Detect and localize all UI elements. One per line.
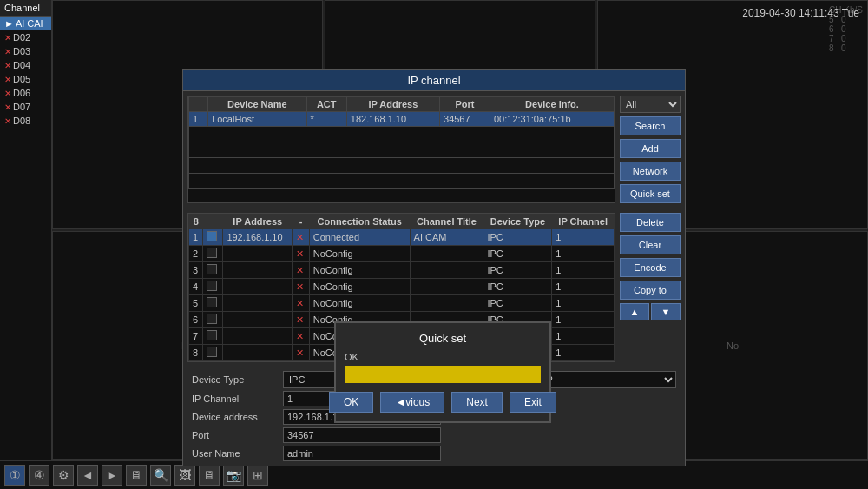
device-table: Device Name ACT IP Address Port Device I…: [187, 96, 615, 203]
checkbox-4[interactable]: [207, 281, 217, 291]
x-icon: ✕: [4, 33, 11, 43]
channel-row-4[interactable]: 4 ✕ NoConfig IPC 1: [189, 279, 615, 295]
device-search-area: Device Name ACT IP Address Port Device I…: [183, 91, 685, 208]
sidebar-item-d08[interactable]: ✕ D08: [0, 114, 51, 128]
filter-select[interactable]: All: [620, 96, 681, 113]
port-input[interactable]: [283, 427, 441, 443]
device-table-row-empty-4: [189, 174, 615, 189]
taskbar-image-icon[interactable]: 🖼: [174, 465, 195, 486]
checkbox-6[interactable]: [207, 314, 217, 324]
status-icon-3: ✕: [296, 265, 304, 275]
channel-row-3[interactable]: 3 ✕ NoConfig IPC 1: [189, 262, 615, 279]
col-num: [189, 97, 208, 112]
ip-channel-label: IP Channel: [192, 393, 279, 404]
x-icon: ✕: [4, 89, 11, 98]
checkbox-1[interactable]: [207, 231, 217, 241]
col-ch-num: 8: [189, 215, 203, 229]
taskbar-search-icon[interactable]: 🔍: [150, 465, 171, 486]
taskbar-forward-icon[interactable]: ►: [102, 465, 122, 486]
user-name-input[interactable]: [283, 446, 441, 461]
quick-set-progress-bar: [345, 366, 541, 383]
delete-button[interactable]: Delete: [620, 213, 681, 232]
x-icon: ✕: [4, 75, 11, 84]
clear-button[interactable]: Clear: [620, 235, 681, 254]
col-device-name: Device Name: [208, 97, 306, 112]
status-icon-6: ✕: [296, 314, 304, 325]
status-icon-8: ✕: [296, 347, 304, 358]
popup-next-button[interactable]: Next: [451, 392, 503, 413]
status-icon-1: ✕: [296, 232, 304, 242]
taskbar-back-icon[interactable]: ◄: [77, 465, 98, 486]
status-icon-7: ✕: [296, 331, 304, 341]
checkbox-3[interactable]: [207, 264, 217, 274]
device-table-row-empty-1: [189, 127, 615, 142]
arrow-row: ▲ ▼: [620, 303, 681, 320]
x-icon: ✕: [4, 47, 11, 56]
x-icon: ✕: [4, 116, 11, 126]
quick-set-title: Quick set: [345, 332, 541, 345]
device-table-row-empty-2: [189, 142, 615, 158]
col-ch-dash: -: [293, 215, 310, 229]
status-icon-2: ✕: [296, 248, 304, 259]
device-type-label: Device Type: [192, 374, 279, 385]
x-icon: ✕: [4, 102, 11, 112]
taskbar-icon-1[interactable]: ①: [4, 465, 25, 486]
port-label: Port: [192, 430, 279, 440]
taskbar-icon-4[interactable]: ④: [29, 465, 49, 486]
col-ch-status: Connection Status: [309, 215, 410, 229]
col-ch-type: Device Type: [483, 215, 552, 229]
quick-set-ok-label: OK: [345, 352, 541, 362]
network-button[interactable]: Network: [620, 162, 681, 181]
sidebar-item-d07[interactable]: ✕ D07: [0, 100, 51, 114]
user-name-label: User Name: [192, 448, 279, 459]
dialog-title: IP channel: [183, 70, 685, 91]
col-ch-title: Channel Title: [410, 215, 483, 229]
popup-ok-button[interactable]: OK: [329, 392, 373, 413]
col-ip: IP Address: [346, 97, 439, 112]
channel-row-2[interactable]: 2 ✕ NoConfig IPC 1: [189, 246, 615, 262]
popup-exit-button[interactable]: Exit: [510, 392, 556, 413]
encode-button[interactable]: Encode: [620, 258, 681, 277]
taskbar-settings-icon[interactable]: ⚙: [53, 465, 74, 486]
checkbox-7[interactable]: [207, 330, 217, 340]
col-ch-channel: IP Channel: [552, 215, 615, 229]
sidebar-item-aicai[interactable]: ► AI CAI: [0, 17, 51, 30]
checkbox-8[interactable]: [207, 347, 217, 357]
popup-previous-button[interactable]: ◄vious: [380, 392, 444, 413]
taskbar-camera-icon[interactable]: 📷: [223, 465, 244, 486]
sidebar-item-d06[interactable]: ✕ D06: [0, 86, 51, 100]
channel-row-1[interactable]: 1 192.168.1.10 ✕ Connected AI CAM IPC 1: [189, 229, 615, 246]
col-ch-ip: IP Address: [223, 215, 293, 229]
top-right-buttons: All Search Add Network Quick set: [620, 96, 681, 203]
quick-set-buttons: OK ◄vious Next Exit: [345, 392, 541, 413]
x-icon: ✕: [4, 61, 11, 70]
add-button[interactable]: Add: [620, 139, 681, 158]
sidebar-item-d02[interactable]: ✕ D02: [0, 30, 51, 44]
down-arrow-button[interactable]: ▼: [651, 303, 681, 320]
datetime: 2019-04-30 14:11:43 Tue: [742, 7, 859, 19]
sidebar-item-d04[interactable]: ✕ D04: [0, 58, 51, 72]
taskbar-grid-icon[interactable]: ⊞: [247, 465, 268, 486]
taskbar-display-icon[interactable]: 🖥: [126, 465, 147, 486]
sidebar-item-d03[interactable]: ✕ D03: [0, 44, 51, 58]
checkbox-2[interactable]: [207, 248, 217, 258]
sidebar: Channel ► AI CAI ✕ D02 ✕ D03 ✕ D04 ✕ D05…: [0, 0, 52, 460]
status-icon-5: ✕: [296, 298, 304, 308]
status-icon-4: ✕: [296, 281, 304, 292]
search-button[interactable]: Search: [620, 116, 681, 135]
sidebar-item-d05[interactable]: ✕ D05: [0, 72, 51, 86]
col-ch-check: [203, 215, 223, 229]
up-arrow-button[interactable]: ▲: [620, 303, 649, 320]
device-table-row-empty-3: [189, 158, 615, 174]
channel-row-5[interactable]: 5 ✕ NoConfig IPC 1: [189, 295, 615, 312]
col-port: Port: [440, 97, 490, 112]
device-table-row[interactable]: 1 LocalHost * 182.168.1.10 34567 00:12:3…: [189, 112, 615, 127]
col-device-info: Device Info.: [490, 97, 614, 112]
copy-to-button[interactable]: Copy to: [620, 281, 681, 300]
taskbar-monitor-icon[interactable]: 🖥: [199, 465, 220, 486]
device-address-label: Device address: [192, 412, 279, 422]
checkbox-5[interactable]: [207, 297, 217, 307]
channel-right-buttons: Delete Clear Encode Copy to ▲ ▼: [620, 213, 681, 362]
sidebar-header: Channel: [0, 0, 51, 17]
quick-set-button[interactable]: Quick set: [620, 184, 681, 203]
